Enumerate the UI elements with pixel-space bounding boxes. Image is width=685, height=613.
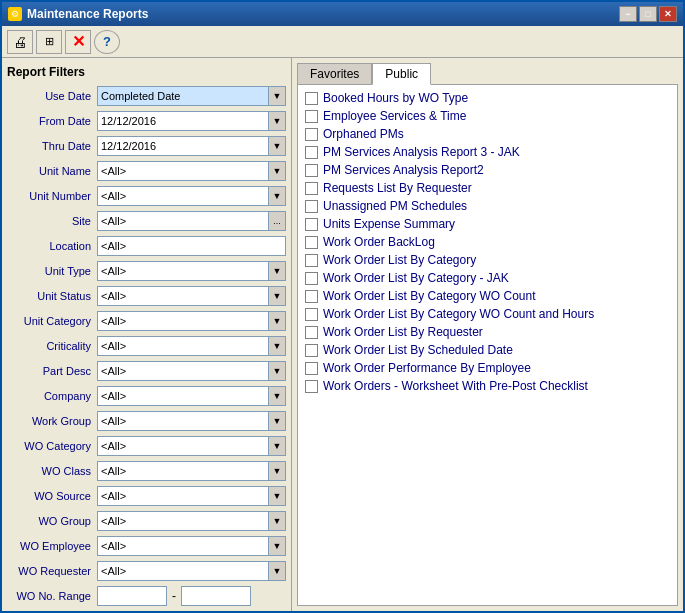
report-checkbox[interactable]	[305, 290, 318, 303]
from-date-input[interactable]	[97, 111, 268, 131]
wo-category-dropdown[interactable]: ▼	[268, 436, 286, 456]
wo-requester-dropdown[interactable]: ▼	[268, 561, 286, 581]
report-checkbox[interactable]	[305, 254, 318, 267]
location-input[interactable]	[97, 236, 286, 256]
list-item[interactable]: Work Order List By Category	[302, 251, 673, 269]
maximize-button[interactable]: □	[639, 6, 657, 22]
report-checkbox[interactable]	[305, 146, 318, 159]
list-item[interactable]: Work Order List By Category WO Count	[302, 287, 673, 305]
tab-favorites[interactable]: Favorites	[297, 63, 372, 85]
filter-criticality: Criticality ▼	[7, 335, 286, 357]
part-desc-input[interactable]	[97, 361, 268, 381]
unit-number-input[interactable]	[97, 186, 268, 206]
report-checkbox[interactable]	[305, 236, 318, 249]
unit-type-dropdown[interactable]: ▼	[268, 261, 286, 281]
list-item[interactable]: Booked Hours by WO Type	[302, 89, 673, 107]
report-checkbox[interactable]	[305, 344, 318, 357]
list-item[interactable]: Work Orders - Worksheet With Pre-Post Ch…	[302, 377, 673, 395]
site-input[interactable]	[97, 211, 268, 231]
report-checkbox[interactable]	[305, 164, 318, 177]
report-checkbox[interactable]	[305, 92, 318, 105]
wo-class-dropdown[interactable]: ▼	[268, 461, 286, 481]
list-item[interactable]: Work Order List By Scheduled Date	[302, 341, 673, 359]
wo-range-from-input[interactable]	[97, 586, 167, 606]
work-group-input[interactable]	[97, 411, 268, 431]
criticality-input[interactable]	[97, 336, 268, 356]
unit-status-input[interactable]	[97, 286, 268, 306]
wo-category-input[interactable]	[97, 436, 268, 456]
report-checkbox[interactable]	[305, 380, 318, 393]
criticality-dropdown[interactable]: ▼	[268, 336, 286, 356]
company-dropdown[interactable]: ▼	[268, 386, 286, 406]
filter-unit-category: Unit Category ▼	[7, 310, 286, 332]
report-checkbox[interactable]	[305, 218, 318, 231]
report-checkbox[interactable]	[305, 182, 318, 195]
list-item[interactable]: PM Services Analysis Report2	[302, 161, 673, 179]
report-name: Employee Services & Time	[323, 109, 466, 123]
list-item[interactable]: Units Expense Summary	[302, 215, 673, 233]
report-checkbox[interactable]	[305, 200, 318, 213]
report-checkbox[interactable]	[305, 128, 318, 141]
print-button[interactable]: 🖨	[7, 30, 33, 54]
report-name: Unassigned PM Schedules	[323, 199, 467, 213]
wo-requester-input[interactable]	[97, 561, 268, 581]
grid-button[interactable]: ⊞	[36, 30, 62, 54]
use-date-dropdown[interactable]: ▼	[268, 86, 286, 106]
part-desc-dropdown[interactable]: ▼	[268, 361, 286, 381]
list-item[interactable]: Orphaned PMs	[302, 125, 673, 143]
close-button[interactable]: ✕	[659, 6, 677, 22]
wo-range-to-input[interactable]	[181, 586, 251, 606]
help-button[interactable]: ?	[94, 30, 120, 54]
delete-button[interactable]: ✕	[65, 30, 91, 54]
wo-group-dropdown[interactable]: ▼	[268, 511, 286, 531]
thru-date-input[interactable]	[97, 136, 268, 156]
report-name: Units Expense Summary	[323, 217, 455, 231]
wo-class-label: WO Class	[7, 465, 97, 477]
wo-range-label: WO No. Range	[7, 590, 97, 602]
wo-class-input[interactable]	[97, 461, 268, 481]
unit-name-input[interactable]	[97, 161, 268, 181]
list-item[interactable]: Employee Services & Time	[302, 107, 673, 125]
wo-group-input[interactable]	[97, 511, 268, 531]
site-browse[interactable]: ...	[268, 211, 286, 231]
minimize-button[interactable]: −	[619, 6, 637, 22]
from-date-dropdown[interactable]: ▼	[268, 111, 286, 131]
report-checkbox[interactable]	[305, 362, 318, 375]
list-item[interactable]: Work Order Performance By Employee	[302, 359, 673, 377]
left-panel: Report Filters Use Date ▼ From Date ▼ T	[2, 58, 292, 611]
thru-date-dropdown[interactable]: ▼	[268, 136, 286, 156]
report-checkbox[interactable]	[305, 272, 318, 285]
tab-public[interactable]: Public	[372, 63, 431, 85]
list-item[interactable]: Work Order List By Requester	[302, 323, 673, 341]
unit-status-dropdown[interactable]: ▼	[268, 286, 286, 306]
report-name: PM Services Analysis Report 3 - JAK	[323, 145, 520, 159]
wo-employee-input[interactable]	[97, 536, 268, 556]
from-date-label: From Date	[7, 115, 97, 127]
unit-type-input[interactable]	[97, 261, 268, 281]
unit-category-input[interactable]	[97, 311, 268, 331]
wo-source-input[interactable]	[97, 486, 268, 506]
filter-unit-name: Unit Name ▼	[7, 160, 286, 182]
list-item[interactable]: Requests List By Requester	[302, 179, 673, 197]
list-item[interactable]: Work Order List By Category - JAK	[302, 269, 673, 287]
work-group-dropdown[interactable]: ▼	[268, 411, 286, 431]
report-checkbox[interactable]	[305, 326, 318, 339]
thru-date-control: ▼	[97, 136, 286, 156]
list-item[interactable]: Unassigned PM Schedules	[302, 197, 673, 215]
report-checkbox[interactable]	[305, 110, 318, 123]
use-date-input[interactable]	[97, 86, 268, 106]
company-input[interactable]	[97, 386, 268, 406]
company-control: ▼	[97, 386, 286, 406]
wo-source-dropdown[interactable]: ▼	[268, 486, 286, 506]
wo-employee-dropdown[interactable]: ▼	[268, 536, 286, 556]
unit-number-dropdown[interactable]: ▼	[268, 186, 286, 206]
unit-category-dropdown[interactable]: ▼	[268, 311, 286, 331]
list-item[interactable]: Work Order BackLog	[302, 233, 673, 251]
list-item[interactable]: PM Services Analysis Report 3 - JAK	[302, 143, 673, 161]
unit-name-dropdown[interactable]: ▼	[268, 161, 286, 181]
report-checkbox[interactable]	[305, 308, 318, 321]
list-item[interactable]: Work Order List By Category WO Count and…	[302, 305, 673, 323]
filter-use-date: Use Date ▼	[7, 85, 286, 107]
filter-unit-status: Unit Status ▼	[7, 285, 286, 307]
filter-unit-number: Unit Number ▼	[7, 185, 286, 207]
